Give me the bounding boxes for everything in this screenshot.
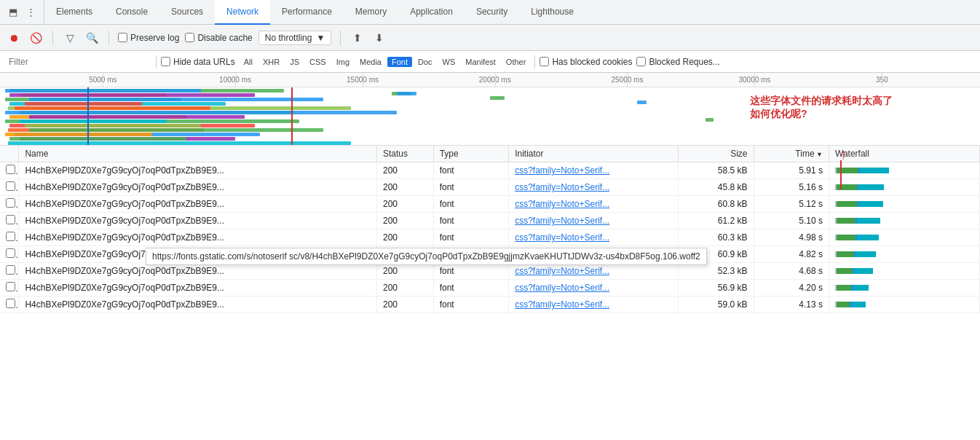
url-tooltip-text: https://fonts.gstatic.com/s/notoserif sc… (152, 251, 700, 262)
row-size-3: 61.2 kB (679, 213, 754, 229)
more-icon[interactable]: ⋮ (23, 5, 38, 20)
timeline-bar-1 (5, 89, 201, 93)
devtools-icons: ⬒ ⋮ (0, 0, 44, 24)
blocked-requests-option[interactable]: Blocked Reques... (636, 57, 719, 67)
row-checkbox-2[interactable] (6, 198, 15, 208)
tab-memory[interactable]: Memory (344, 0, 398, 25)
filter-type-img[interactable]: Img (332, 57, 354, 67)
preserve-log-label[interactable]: Preserve log (118, 33, 179, 43)
th-name[interactable]: Name (19, 146, 377, 162)
th-time[interactable]: Time (754, 146, 829, 162)
timeline-bar-11 (5, 111, 397, 114)
row-size-4: 60.3 kB (679, 229, 754, 246)
filter-type-doc[interactable]: Doc (414, 57, 437, 67)
row-initiator-1[interactable]: css?family=Noto+Serif... (509, 179, 679, 196)
table-row[interactable]: H4chBXePl9DZ0Xe7gG9cyOj7oqP0dTpxZbB9E9..… (0, 162, 980, 179)
row-status-8: 200 (377, 296, 434, 313)
dock-icon[interactable]: ⬒ (6, 5, 20, 20)
preserve-log-checkbox[interactable] (118, 33, 127, 42)
th-size[interactable]: Size (679, 146, 754, 162)
row-waterfall-4 (829, 229, 980, 246)
tab-performance[interactable]: Performance (270, 0, 344, 25)
row-initiator-7[interactable]: css?family=Noto+Serif... (509, 280, 679, 296)
table-row[interactable]: H4chBXePl9DZ0Xe7gG9cyOj7oqP0dTpxZbB9E9..… (0, 296, 980, 313)
hide-data-urls-checkbox[interactable] (161, 57, 170, 66)
stop-button[interactable]: 🚫 (28, 30, 44, 46)
search-icon[interactable]: 🔍 (84, 30, 100, 46)
filter-type-ws[interactable]: WS (438, 57, 460, 67)
row-initiator-4[interactable]: css?family=Noto+Serif... (509, 229, 679, 246)
table-row[interactable]: H4chBXePl9DZ0Xe7gG9cyOj7oqP0dTpxZbB9E9..… (0, 280, 980, 296)
filter-icon[interactable]: ▽ (62, 30, 78, 46)
th-type[interactable]: Type (433, 146, 509, 162)
import-button[interactable]: ⬆ (349, 30, 365, 46)
timeline-content[interactable] (0, 87, 980, 146)
row-checkbox-7[interactable] (6, 282, 15, 291)
timeline-ruler: 5000 ms10000 ms15000 ms20000 ms25000 ms3… (0, 73, 980, 87)
filter-type-font[interactable]: Font (387, 57, 412, 67)
row-initiator-2[interactable]: css?family=Noto+Serif... (509, 196, 679, 213)
filter-type-other[interactable]: Other (502, 57, 531, 67)
timeline-red-line (291, 87, 293, 146)
filter-type-js[interactable]: JS (285, 57, 304, 67)
tab-lighthouse[interactable]: Lighthouse (519, 0, 585, 25)
table-row[interactable]: H4chBXePl9DZ0Xe7gG9cyOj7oqP0dTpxZbB9E9..… (0, 179, 980, 196)
hide-data-urls-option[interactable]: Hide data URLs (161, 57, 235, 67)
row-checkbox-6[interactable] (6, 265, 15, 275)
tab-application[interactable]: Application (398, 0, 465, 25)
timeline-bar-9 (15, 106, 210, 110)
row-checkbox-1[interactable] (6, 181, 15, 191)
disable-cache-label[interactable]: Disable cache (185, 33, 252, 43)
blocked-cookies-checkbox[interactable] (540, 57, 549, 66)
th-status[interactable]: Status (377, 146, 434, 162)
filter-type-all[interactable]: All (240, 57, 257, 67)
tab-list: ElementsConsoleSourcesNetworkPerformance… (44, 0, 980, 24)
export-button[interactable]: ⬇ (371, 30, 387, 46)
table-row[interactable]: H4chBXePl9DZ0Xe7gG9cyOj7oqP0dTpxZbB9E9..… (0, 196, 980, 213)
row-size-1: 45.8 kB (679, 179, 754, 196)
row-type-3: font (433, 213, 509, 229)
row-checkbox-0[interactable] (6, 165, 15, 174)
row-checkbox-8[interactable] (6, 299, 15, 308)
row-checkbox-3[interactable] (6, 215, 15, 224)
ruler-line-6 (882, 73, 882, 87)
throttle-select[interactable]: No throttling ▼ (258, 31, 332, 45)
filter-type-manifest[interactable]: Manifest (461, 57, 500, 67)
ruler-line-2 (363, 73, 363, 87)
row-waterfall-5 (829, 246, 980, 263)
tab-security[interactable]: Security (465, 0, 519, 25)
table-row[interactable]: H4chBXePl9DZ0Xe7gG9cyOj7oqP0dTpxZbB9E9..… (0, 229, 980, 246)
row-status-7: 200 (377, 280, 434, 296)
filter-type-css[interactable]: CSS (305, 57, 331, 67)
row-initiator-8[interactable]: css?family=Noto+Serif... (509, 296, 679, 313)
row-type-8: font (433, 296, 509, 313)
row-initiator-0[interactable]: css?family=Noto+Serif... (509, 162, 679, 179)
filter-type-media[interactable]: Media (355, 57, 386, 67)
row-initiator-3[interactable]: css?family=Noto+Serif... (509, 213, 679, 229)
th-waterfall[interactable]: Waterfall (829, 146, 980, 162)
tab-console[interactable]: Console (104, 0, 159, 25)
blocked-cookies-option[interactable]: Has blocked cookies (540, 57, 632, 67)
tab-elements[interactable]: Elements (44, 0, 104, 25)
row-checkbox-5[interactable] (6, 248, 15, 258)
tab-network[interactable]: Network (215, 0, 270, 25)
th-initiator[interactable]: Initiator (509, 146, 679, 162)
row-checkbox-4[interactable] (6, 232, 15, 241)
record-button[interactable]: ⏺ (6, 30, 22, 46)
disable-cache-checkbox[interactable] (185, 33, 194, 42)
tab-sources[interactable]: Sources (159, 0, 215, 25)
row-name-8: H4chBXePl9DZ0Xe7gG9cyOj7oqP0dTpxZbB9E9..… (19, 296, 377, 313)
timeline-bar-17 (25, 124, 201, 127)
filter-type-xhr[interactable]: XHR (258, 57, 284, 67)
timeline-bar-28 (637, 101, 647, 104)
filter-divider-2 (534, 55, 535, 68)
table-row[interactable]: H4chBXePl9DZ0Xe7gG9cyOj7oqP0dTpxZbB9E9..… (0, 213, 980, 229)
row-size-8: 59.0 kB (679, 296, 754, 313)
blocked-requests-checkbox[interactable] (636, 57, 646, 66)
row-time-2: 5.12 s (754, 196, 829, 213)
row-status-1: 200 (377, 179, 434, 196)
ruler-line-3 (495, 73, 496, 87)
filter-input[interactable] (6, 55, 151, 68)
row-name-1: H4chBXePl9DZ0Xe7gG9cyOj7oqP0dTpxZbB9E9..… (19, 179, 377, 196)
filter-bar: Hide data URLs AllXHRJSCSSImgMediaFontDo… (0, 51, 980, 73)
